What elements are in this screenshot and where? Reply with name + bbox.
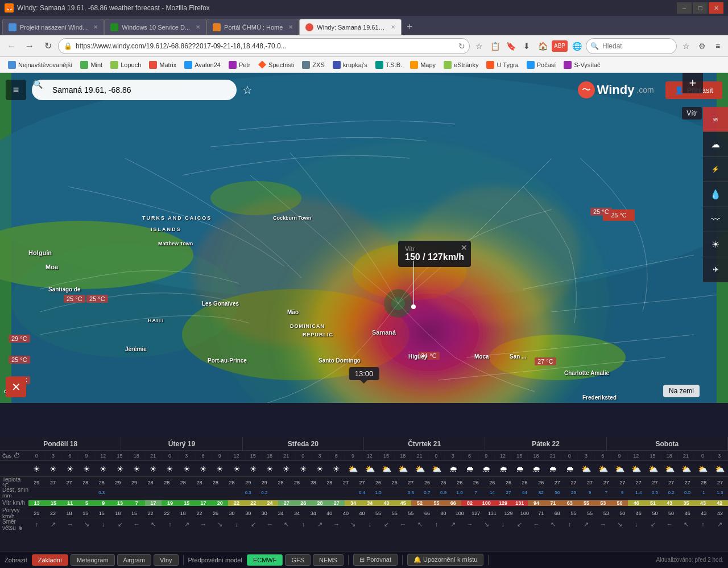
model-gfs-button[interactable]: GFS xyxy=(285,554,311,566)
time-cell: 6 xyxy=(595,453,611,459)
tab-1[interactable]: Windows 10 Service D... ✕ xyxy=(104,19,206,35)
temp-cell: 28 xyxy=(77,480,94,485)
tooltip-close-button[interactable]: ✕ xyxy=(461,243,468,252)
nav-icon-more[interactable]: ≡ xyxy=(711,39,725,53)
nav-icon-2[interactable]: 🔖 xyxy=(504,39,518,53)
bookmark-mapy[interactable]: Mapy xyxy=(407,60,439,70)
temp-cell: 29 xyxy=(257,480,273,485)
search-input[interactable] xyxy=(586,38,677,54)
wind-label-text: Vítr xyxy=(686,109,697,117)
minimize-button[interactable]: – xyxy=(677,2,692,14)
weather-cells: ☀☀☀☀☀☀☀☀☀☀☀☀☀☀☀☀☀☀☀⛅⛅⛅⛅⛅⛅🌧🌧🌧🌧🌧🌧🌧🌧⛅⛅⛅⛅⛅⛅⛅… xyxy=(28,464,728,474)
gust-cell: 30 xyxy=(224,511,240,516)
weather-cell: ⛅ xyxy=(428,464,445,474)
window-title: Windy: Samaná 19.61, -68.86 weather fore… xyxy=(17,4,210,12)
rain-cell: 27 xyxy=(500,490,517,495)
view-meteogram-button[interactable]: Meteogram xyxy=(71,554,115,566)
nav-icon-4[interactable]: 🏠 xyxy=(536,39,549,53)
alert-button[interactable]: 🔔 Upozornění k místu xyxy=(407,554,483,566)
wind-layer-label: Vítr xyxy=(682,107,702,120)
rain-cell xyxy=(272,490,289,495)
gust-cell: 34 xyxy=(289,511,305,516)
gust-cell: 55 xyxy=(582,511,598,516)
bookmark-nejnavstevovanejsi[interactable]: Nejnavštěvovanější xyxy=(5,60,76,70)
temp-label-0: 25 °C xyxy=(64,295,85,303)
bookmark-petr[interactable]: Petr xyxy=(225,60,254,70)
close-map-button[interactable]: ✕ xyxy=(6,377,26,397)
layer-clouds-button[interactable]: ☁ xyxy=(703,132,728,157)
direction-cell: ↘ xyxy=(345,521,361,528)
close-button[interactable]: ✕ xyxy=(709,2,723,14)
compare-button[interactable]: ⊞ Porovnat xyxy=(353,554,398,566)
back-button[interactable]: ← xyxy=(3,38,19,54)
bookmark-spectristi[interactable]: Spectristi xyxy=(255,60,297,70)
nav-icon-7[interactable]: ⚙ xyxy=(695,39,709,53)
temp-cell: 28 xyxy=(272,480,289,485)
nav-icon-6[interactable]: ☆ xyxy=(679,39,693,53)
refresh-button[interactable]: ↻ xyxy=(40,38,56,54)
layer-planes-button[interactable]: ✈ xyxy=(703,257,728,282)
bookmark-lopuch[interactable]: Lopuch xyxy=(107,60,144,70)
view-zakladni-button[interactable]: Základní xyxy=(32,554,68,566)
bookmark-avalon[interactable]: Avalon24 xyxy=(181,60,224,70)
menu-button[interactable]: ≡ xyxy=(6,80,26,100)
favorite-star-icon[interactable]: ☆ xyxy=(242,83,253,97)
gust-cell: 50 xyxy=(647,511,663,516)
tab-close-2[interactable]: ✕ xyxy=(288,24,293,30)
layer-temp-button[interactable]: ☀ xyxy=(703,232,728,257)
nav-icon-3[interactable]: ⬇ xyxy=(520,39,533,53)
nav-icon-5[interactable]: 🌐 xyxy=(570,39,584,53)
layer-lightning-button[interactable]: ⚡ xyxy=(703,157,728,182)
wind-cell: 17 xyxy=(195,500,212,506)
layer-rain-button[interactable]: 💧 xyxy=(703,182,728,207)
url-refresh-icon[interactable]: ↻ xyxy=(458,42,465,51)
tab-favicon-0 xyxy=(9,23,16,31)
rain-cell: 0.2 xyxy=(663,490,680,495)
tab-close-1[interactable]: ✕ xyxy=(196,24,200,30)
wind-cell: 55 xyxy=(428,500,445,506)
bookmark-svisilac[interactable]: S-Vysílač xyxy=(560,60,603,70)
layer-waves-button[interactable]: 〰 xyxy=(703,207,728,232)
bookmark-star-icon[interactable]: ☆ xyxy=(472,39,486,53)
wind-cell: 28 xyxy=(312,500,328,506)
wind-cell: 20 xyxy=(212,500,228,506)
url-input[interactable] xyxy=(58,38,470,54)
view-airgram-button[interactable]: Airgram xyxy=(117,554,152,566)
tab-label-0: Projekt nasazení Wind... xyxy=(20,24,88,31)
location-search-input[interactable] xyxy=(32,80,237,100)
direction-cell: ↖ xyxy=(545,521,561,528)
nav-icon-1[interactable]: 📋 xyxy=(488,39,502,53)
view-vlny-button[interactable]: Vlny xyxy=(154,554,178,566)
new-tab-button[interactable]: + xyxy=(402,19,417,35)
layer-wind-button[interactable]: ≋ xyxy=(703,107,728,132)
model-ecmwf-button[interactable]: ECMWF xyxy=(247,554,283,566)
weather-cell: 🌧 xyxy=(495,464,511,474)
bookmark-pocasi[interactable]: Počasí xyxy=(523,60,560,70)
na-zemi-button[interactable]: Na zemi xyxy=(663,385,700,397)
temp-cell: 28 xyxy=(175,480,191,485)
bookmark-matrix[interactable]: Matrix xyxy=(146,60,180,70)
bookmark-estranky[interactable]: eStránky xyxy=(440,60,482,70)
map-area[interactable]: 25 °C Holguín Moa TURKS AND CAICOS ISLAN… xyxy=(0,73,728,403)
tab-close-0[interactable]: ✕ xyxy=(93,24,98,30)
temp-cell: 28 xyxy=(191,480,208,485)
bookmark-utygra[interactable]: U Tygra xyxy=(483,60,522,70)
bookmark-zxs[interactable]: ZXS xyxy=(299,60,328,70)
tab-close-3[interactable]: ✕ xyxy=(391,24,395,30)
bookmark-krupkaj[interactable]: krupkaj's xyxy=(329,60,371,70)
forward-button[interactable]: → xyxy=(22,38,38,54)
bookmark-mint[interactable]: Mint xyxy=(77,60,106,70)
windy-logo-icon: 〜 xyxy=(578,81,595,98)
nav-icon-abp[interactable]: ABP xyxy=(552,40,568,52)
bookmark-tsb[interactable]: T.S.B. xyxy=(372,60,406,70)
time-cell: 0 xyxy=(295,453,312,459)
zoom-plus-button[interactable]: + xyxy=(682,73,703,93)
day-header-1: Úterý 19 xyxy=(121,437,242,450)
place-cockburn: Cockburn Town xyxy=(273,215,311,221)
tab-3[interactable]: Windy: Samaná 19.61,... ✕ xyxy=(299,19,402,35)
model-nems-button[interactable]: NEMS xyxy=(313,554,344,566)
temp-cell: 26 xyxy=(419,480,436,485)
maximize-button[interactable]: □ xyxy=(693,2,708,14)
tab-0[interactable]: Projekt nasazení Wind... ✕ xyxy=(2,19,104,35)
tab-2[interactable]: Portál ČHMÚ : Home ✕ xyxy=(206,19,299,35)
